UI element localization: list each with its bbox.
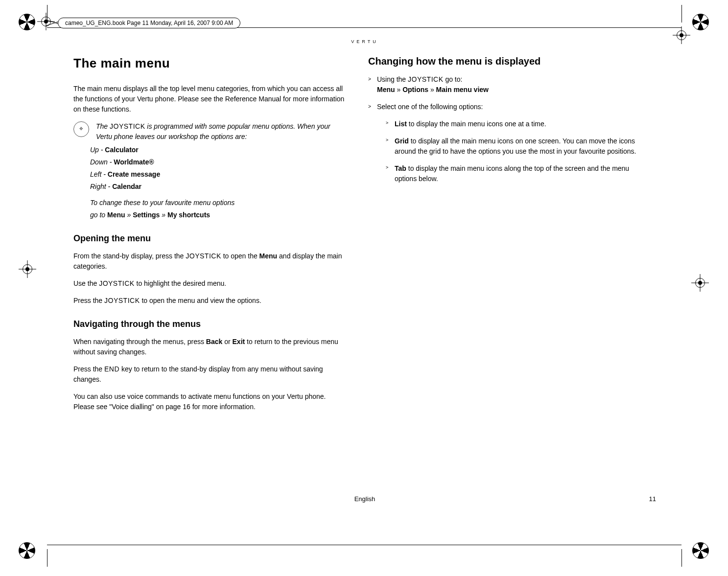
filetag-tail	[46, 20, 59, 26]
nav-p3: You can also use voice commands to activ…	[73, 392, 348, 412]
intro-paragraph: The main menu displays all the top level…	[73, 84, 348, 115]
joystick-icon: ✥	[73, 121, 89, 137]
shortcut-left: Left - Create message	[73, 169, 348, 180]
crop-line	[681, 549, 682, 567]
crop-line	[47, 545, 681, 545]
nav-p2: Press the END key to return to the stand…	[73, 364, 348, 385]
pinwheel-icon	[19, 542, 35, 559]
change-shortcuts-line1: To change these to your favourite menu o…	[73, 198, 348, 208]
heading-opening-menu: Opening the menu	[73, 232, 348, 245]
open-p1: From the stand-by display, press the JOY…	[73, 251, 348, 272]
option-grid: Grid to display all the main menu icons …	[386, 136, 642, 157]
page-title: The main menu	[73, 54, 348, 73]
option-tab: Tab to display the main menu icons along…	[386, 163, 642, 184]
register-target-icon	[693, 276, 707, 290]
step-goto: Using the JOYSTICK go to: Menu » Options…	[368, 74, 642, 95]
right-column: Changing how the menu is displayed Using…	[368, 54, 642, 419]
pinwheel-icon	[692, 542, 709, 559]
register-target-icon	[675, 28, 688, 42]
crop-line	[681, 5, 682, 23]
footer-language: English	[73, 495, 656, 503]
shortcut-right: Right - Calendar	[73, 182, 348, 192]
note-block: ✥ The JOYSTICK is programmed with some p…	[73, 121, 348, 142]
file-tag: cameo_UG_ENG.book Page 11 Monday, April …	[58, 18, 240, 28]
nav-p1: When navigating through the menus, press…	[73, 337, 348, 357]
left-column: The main menu The main menu displays all…	[73, 54, 348, 419]
open-p3: Press the JOYSTICK to open the menu and …	[73, 296, 348, 306]
change-shortcuts-line2: go to Menu » Settings » My shortcuts	[73, 210, 348, 220]
pinwheel-icon	[692, 14, 709, 30]
shortcut-down: Down - Worldmate®	[73, 157, 348, 167]
note-text: The JOYSTICK is programmed with some pop…	[96, 121, 348, 142]
open-p2: Use the JOYSTICK to highlight the desire…	[73, 278, 348, 289]
heading-changing-display: Changing how the menu is displayed	[368, 54, 642, 69]
page-footer: English 11	[73, 495, 656, 503]
pinwheel-icon	[19, 14, 35, 30]
brand-header: VERTU	[73, 39, 656, 44]
footer-page-number: 11	[649, 495, 656, 503]
register-target-icon	[21, 262, 34, 276]
step-select: Select one of the following options: Lis…	[368, 102, 642, 184]
heading-navigating: Navigating through the menus	[73, 318, 348, 331]
option-list: List to display the main menu icons one …	[386, 119, 642, 129]
shortcut-up: Up - Calculator	[73, 145, 348, 155]
page-body: VERTU The main menu The main menu displa…	[73, 39, 656, 524]
crop-line	[47, 549, 47, 567]
